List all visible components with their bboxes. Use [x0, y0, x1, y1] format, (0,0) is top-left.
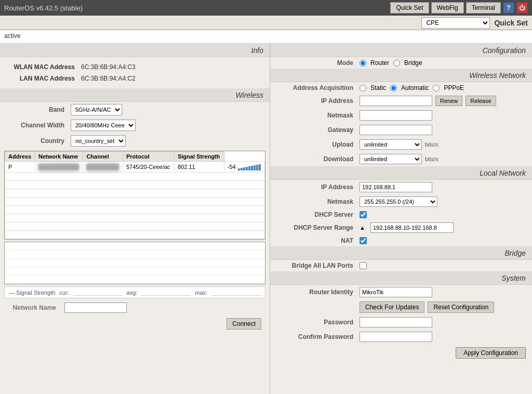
row-protocol: 802.11: [174, 162, 224, 173]
left-panel: Info WLAN MAC Address 6C:3B:6B:94:A4:C3 …: [0, 44, 270, 394]
network-name-label: Network Name: [8, 304, 60, 311]
header-buttons: Quick Set WebFig Terminal ? ⏻: [390, 2, 528, 14]
col-protocol: Protocol: [123, 152, 174, 162]
router-identity-input[interactable]: [360, 287, 432, 297]
reset-config-button[interactable]: Reset Configuration: [428, 301, 494, 313]
addr-pppoe-label: PPPoE: [444, 84, 464, 91]
local-ip-label: IP Address: [276, 183, 360, 191]
configuration-section-header: Configuration: [270, 44, 532, 57]
apply-button[interactable]: Apply Configuration: [456, 347, 526, 359]
renew-button[interactable]: Renew: [435, 96, 462, 106]
local-ip-row: IP Address: [270, 180, 532, 194]
status-bar: active: [0, 30, 532, 44]
nat-checkbox[interactable]: [360, 237, 367, 244]
local-netmask-controls: 255.255.255.0 (/24) 255.255.0.0 (/16) 25…: [360, 196, 437, 207]
terminal-button[interactable]: Terminal: [466, 2, 501, 14]
power-icon[interactable]: ⏻: [516, 2, 528, 14]
wan-ip-input[interactable]: [360, 96, 432, 106]
nat-label: NAT: [276, 237, 360, 244]
channel-width-select[interactable]: 20/40/80MHz Ceee 20/40MHz 20MHz: [71, 120, 136, 131]
network-name-row: Network Name: [0, 300, 270, 315]
connect-button[interactable]: Connect: [227, 318, 261, 330]
quickset-select[interactable]: CPE Home AP Home AP Dual WISP AP PTP Bri…: [421, 17, 490, 29]
info-section: WLAN MAC Address 6C:3B:6B:94:A4:C3 LAN M…: [0, 57, 270, 88]
mode-router-radio[interactable]: [360, 60, 366, 67]
quickset-label: Quick Set: [494, 19, 528, 27]
table-row-empty-4: [5, 198, 265, 206]
table-row[interactable]: P ██████████ ████████ 5745/20-Ceee/ac 80…: [5, 162, 265, 173]
info-section-header: Info: [0, 44, 270, 57]
password-input[interactable]: [360, 317, 432, 327]
channel-width-control: 20/40/80MHz Ceee 20/40MHz 20MHz: [71, 120, 136, 131]
mode-label: Mode: [276, 59, 360, 67]
signal-max-label: max:: [195, 290, 207, 296]
col-channel: Channel: [83, 152, 123, 162]
webfig-button[interactable]: WebFig: [431, 2, 464, 14]
wan-ip-row: IP Address Renew Release: [270, 94, 532, 108]
check-updates-button[interactable]: Check For Updates: [360, 301, 424, 313]
gateway-value: [360, 125, 432, 135]
band-control: 5GHz-A/N/AC 2GHz-B/G/N 5GHz-A/N: [71, 104, 122, 115]
mode-row: Mode Router Bridge: [270, 57, 532, 69]
router-identity-row: Router Identity: [270, 285, 532, 299]
wan-netmask-row: Netmask: [270, 108, 532, 123]
network-name-input[interactable]: [64, 303, 127, 313]
address-acquisition-group: Static Automatic PPPoE: [360, 84, 464, 91]
local-ip-input[interactable]: [360, 182, 432, 192]
gateway-input[interactable]: [360, 125, 432, 135]
table-row-empty-7: [5, 222, 265, 231]
signal-avg-value: [141, 289, 191, 296]
col-address: Address: [5, 152, 35, 162]
download-unit: bits/s: [425, 156, 438, 162]
mode-router-label: Router: [370, 59, 389, 67]
band-select[interactable]: 5GHz-A/N/AC 2GHz-B/G/N 5GHz-A/N: [71, 104, 122, 115]
signal-strength-bar: [238, 163, 261, 170]
country-control: no_country_set: [71, 135, 126, 147]
local-ip-controls: [360, 182, 432, 192]
country-row: Country no_country_set: [0, 133, 270, 149]
connect-row: Connect: [0, 315, 270, 333]
download-row: Download unlimited 1M 2M 5M 10M bits/s: [270, 152, 532, 166]
table-row-empty-3: [5, 189, 265, 198]
wireless-section-header: Wireless: [0, 88, 270, 102]
password-row: Password: [270, 315, 532, 330]
bridge-lan-checkbox[interactable]: [360, 262, 367, 269]
quick-set-button[interactable]: Quick Set: [390, 2, 429, 14]
bridge-lan-label: Bridge All LAN Ports: [276, 262, 360, 269]
signal-max-value: [211, 289, 261, 296]
channel-width-row: Channel Width 20/40/80MHz Ceee 20/40MHz …: [0, 117, 270, 133]
mode-bridge-radio[interactable]: [393, 60, 400, 67]
wireless-scan-table: Address Network Name Channel Protocol Si…: [4, 151, 265, 240]
download-select[interactable]: unlimited 1M 2M 5M 10M: [360, 154, 422, 164]
country-select[interactable]: no_country_set: [71, 135, 126, 147]
password-controls: [360, 317, 432, 327]
local-netmask-row: Netmask 255.255.255.0 (/24) 255.255.0.0 …: [270, 194, 532, 209]
signal-label: — Signal Strength: [9, 290, 55, 296]
band-row: Band 5GHz-A/N/AC 2GHz-B/G/N 5GHz-A/N: [0, 102, 270, 117]
addr-static-radio[interactable]: [360, 85, 366, 91]
wan-ip-controls: Renew Release: [360, 96, 496, 106]
dhcp-server-checkbox[interactable]: [360, 211, 367, 218]
dhcp-range-row: DHCP Server Range ▲: [270, 220, 532, 235]
col-network-name: Network Name: [35, 152, 83, 162]
upload-select[interactable]: unlimited 1M 2M 5M 10M: [360, 139, 422, 150]
row-network-name: ████████: [83, 162, 123, 173]
header: RouterOS v6.42.5 (stable) Quick Set WebF…: [0, 0, 532, 16]
release-button[interactable]: Release: [466, 96, 496, 106]
addr-auto-radio[interactable]: [390, 85, 397, 91]
dhcp-range-input[interactable]: [370, 222, 454, 233]
addr-static-label: Static: [370, 84, 386, 91]
address-acquisition-label: Address Acquisition: [276, 84, 360, 91]
wan-netmask-input[interactable]: [360, 110, 432, 121]
lan-mac-label: LAN MAC Address: [8, 75, 81, 82]
addr-pppoe-radio[interactable]: [433, 85, 440, 91]
wan-netmask-value: [360, 110, 432, 121]
nat-controls: [360, 237, 367, 244]
bridge-section-header: Bridge: [270, 246, 532, 260]
dhcp-range-expand-icon[interactable]: ▲: [360, 225, 365, 231]
help-icon[interactable]: ?: [503, 2, 514, 14]
main-layout: Info WLAN MAC Address 6C:3B:6B:94:A4:C3 …: [0, 44, 532, 394]
table-row-empty-6: [5, 214, 265, 222]
local-netmask-select[interactable]: 255.255.255.0 (/24) 255.255.0.0 (/16) 25…: [360, 196, 437, 207]
confirm-password-input[interactable]: [360, 332, 432, 342]
